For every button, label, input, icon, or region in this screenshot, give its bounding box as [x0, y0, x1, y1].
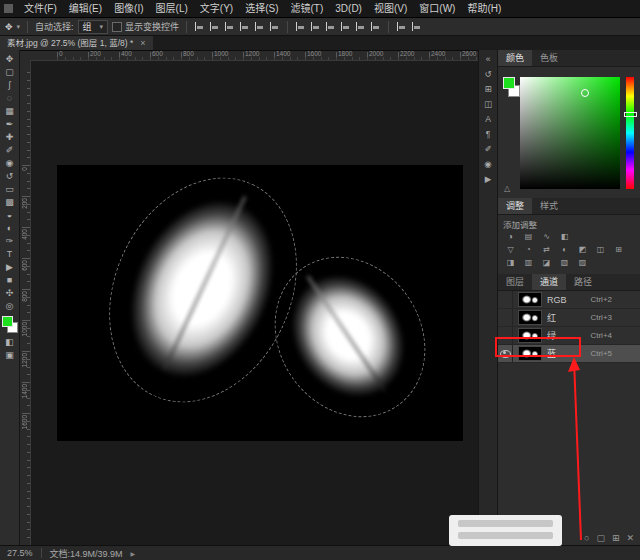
- tab-styles[interactable]: 样式: [532, 198, 566, 214]
- menu-filter[interactable]: 滤镜(T): [285, 0, 330, 18]
- foreground-color-swatch[interactable]: [2, 316, 13, 327]
- gradient-tool[interactable]: ▩: [2, 196, 18, 209]
- tab-channels[interactable]: 通道: [532, 274, 566, 290]
- align-left-icon[interactable]: [194, 21, 205, 32]
- tab-swatches[interactable]: 色板: [532, 50, 566, 66]
- save-selection-icon[interactable]: ▢: [596, 533, 605, 543]
- menu-file[interactable]: 文件(F): [18, 0, 63, 18]
- align-top-icon[interactable]: [239, 21, 250, 32]
- distribute-right-icon[interactable]: [370, 21, 381, 32]
- channel-mixer-icon[interactable]: ◫: [593, 244, 608, 256]
- visibility-cell[interactable]: [498, 309, 513, 326]
- load-selection-icon[interactable]: ○: [584, 533, 589, 543]
- hue-slider-marker[interactable]: [624, 112, 637, 117]
- menu-layer[interactable]: 图层(L): [150, 0, 194, 18]
- properties-panel-icon[interactable]: ⊞: [484, 84, 491, 94]
- new-channel-icon[interactable]: ⊞: [612, 533, 620, 543]
- gradient-map-icon[interactable]: ▧: [557, 257, 572, 269]
- auto-select-dropdown[interactable]: 组 ▾: [78, 20, 109, 34]
- move-tool[interactable]: ✥: [2, 53, 18, 66]
- close-tab-icon[interactable]: ×: [140, 36, 145, 50]
- eyedropper-tool[interactable]: ✒: [2, 118, 18, 131]
- character-panel-icon[interactable]: A: [485, 114, 491, 124]
- black-white-icon[interactable]: ◐: [557, 244, 572, 256]
- collapse-panels-icon[interactable]: «: [486, 54, 491, 64]
- menu-type[interactable]: 文字(Y): [194, 0, 239, 18]
- visibility-cell[interactable]: [498, 327, 513, 344]
- show-transform-checkbox[interactable]: 显示变换控件: [112, 20, 179, 33]
- tab-color[interactable]: 颜色: [498, 50, 532, 66]
- info-panel-icon[interactable]: ◫: [484, 99, 492, 109]
- foreground-color-chip[interactable]: [503, 77, 515, 89]
- zoom-tool[interactable]: ◎: [2, 300, 18, 313]
- channel-row-rgb[interactable]: RGB Ctrl+2: [498, 291, 640, 309]
- menu-edit[interactable]: 编辑(E): [63, 0, 108, 18]
- 3d-mode-icon[interactable]: [396, 21, 407, 32]
- brush-panel-icon[interactable]: ✐: [484, 144, 491, 154]
- menu-select[interactable]: 选择(S): [239, 0, 284, 18]
- distribute-center-icon[interactable]: [355, 21, 366, 32]
- delete-channel-icon[interactable]: ✕: [626, 533, 634, 543]
- status-expand-icon[interactable]: ▶: [131, 550, 136, 557]
- document-tab[interactable]: 素材.jpg @ 27.5% (图层 1, 蓝/8) * ×: [0, 36, 153, 50]
- tab-paths[interactable]: 路径: [566, 274, 600, 290]
- invert-icon[interactable]: ◨: [503, 257, 518, 269]
- dodge-tool[interactable]: ◐: [2, 222, 18, 235]
- hue-saturation-icon[interactable]: ◔: [521, 244, 536, 256]
- eraser-tool[interactable]: ▭: [2, 183, 18, 196]
- pen-tool[interactable]: ✑: [2, 235, 18, 248]
- zoom-level-field[interactable]: 27.5%: [7, 548, 33, 558]
- align-center-h-icon[interactable]: [209, 21, 220, 32]
- 3d-mode-icon[interactable]: [411, 21, 422, 32]
- eye-icon[interactable]: [500, 350, 511, 358]
- document-canvas[interactable]: [57, 165, 463, 441]
- selective-color-icon[interactable]: ▨: [575, 257, 590, 269]
- menu-image[interactable]: 图像(I): [108, 0, 149, 18]
- brightness-contrast-icon[interactable]: ◑: [503, 231, 518, 243]
- lasso-tool[interactable]: ʃ: [2, 79, 18, 92]
- tab-adjustments[interactable]: 调整: [498, 198, 532, 214]
- align-bottom-icon[interactable]: [269, 21, 280, 32]
- exposure-icon[interactable]: ◧: [557, 231, 572, 243]
- channel-row-green[interactable]: 绿 Ctrl+4: [498, 327, 640, 345]
- menu-3d[interactable]: 3D(D): [329, 0, 368, 18]
- actions-panel-icon[interactable]: ▶: [485, 174, 492, 184]
- curves-icon[interactable]: ∿: [539, 231, 554, 243]
- menu-help[interactable]: 帮助(H): [461, 0, 507, 18]
- healing-brush-tool[interactable]: ✚: [2, 131, 18, 144]
- levels-icon[interactable]: ▤: [521, 231, 536, 243]
- history-brush-tool[interactable]: ↺: [2, 170, 18, 183]
- menu-view[interactable]: 视图(V): [368, 0, 413, 18]
- crop-tool[interactable]: ▦: [2, 105, 18, 118]
- channel-row-red[interactable]: 红 Ctrl+3: [498, 309, 640, 327]
- distribute-top-icon[interactable]: [295, 21, 306, 32]
- distribute-left-icon[interactable]: [340, 21, 351, 32]
- brush-tool[interactable]: ✐: [2, 144, 18, 157]
- vibrance-icon[interactable]: ▽: [503, 244, 518, 256]
- threshold-icon[interactable]: ◪: [539, 257, 554, 269]
- color-balance-icon[interactable]: ⇄: [539, 244, 554, 256]
- clone-source-panel-icon[interactable]: ◉: [484, 159, 491, 169]
- quick-selection-tool[interactable]: ◌: [2, 92, 18, 105]
- hue-slider[interactable]: [626, 77, 634, 189]
- quick-mask-tool[interactable]: ◧: [2, 336, 18, 349]
- visibility-cell[interactable]: [498, 345, 513, 362]
- tool-preset-caret-icon[interactable]: ▾: [17, 23, 21, 31]
- distribute-middle-icon[interactable]: [310, 21, 321, 32]
- color-lookup-icon[interactable]: ⊞: [611, 244, 626, 256]
- align-right-icon[interactable]: [224, 21, 235, 32]
- align-middle-icon[interactable]: [254, 21, 265, 32]
- type-tool[interactable]: T: [2, 248, 18, 261]
- hand-tool[interactable]: ✣: [2, 287, 18, 300]
- paragraph-panel-icon[interactable]: ¶: [486, 129, 491, 139]
- distribute-bottom-icon[interactable]: [325, 21, 336, 32]
- marquee-tool[interactable]: ▢: [2, 66, 18, 79]
- saturation-brightness-field[interactable]: [520, 77, 620, 189]
- blur-tool[interactable]: ◒: [2, 209, 18, 222]
- screen-mode-tool[interactable]: ▣: [2, 349, 18, 362]
- history-panel-icon[interactable]: ↺: [484, 69, 491, 79]
- path-selection-tool[interactable]: ▶: [2, 261, 18, 274]
- tab-layers[interactable]: 图层: [498, 274, 532, 290]
- channel-row-blue[interactable]: 蓝 Ctrl+5: [498, 345, 640, 363]
- posterize-icon[interactable]: ▥: [521, 257, 536, 269]
